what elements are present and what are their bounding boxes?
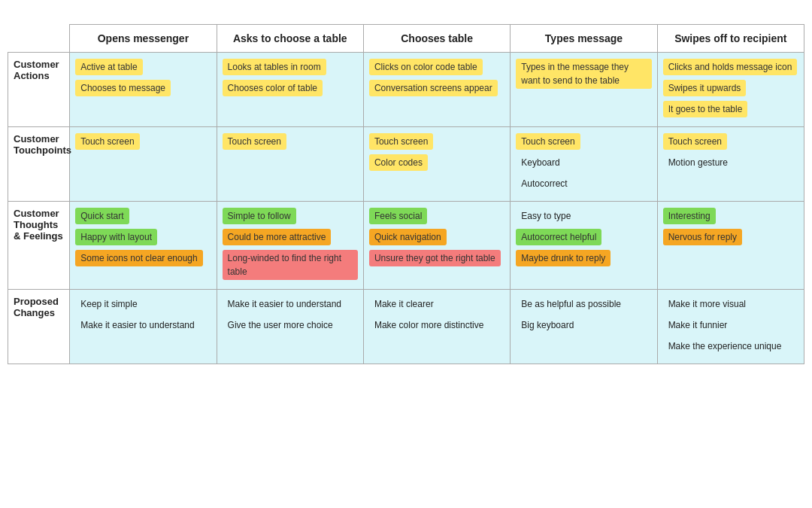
- tag: Active at table: [75, 59, 142, 75]
- tag: Nervous for reply: [663, 229, 742, 245]
- tag: Maybe drunk to reply: [516, 250, 611, 266]
- data-cell-r0-c4: Clicks and holds message iconSwipes it u…: [657, 53, 804, 127]
- tag-container: Simple to followCould be more attractive…: [223, 208, 358, 283]
- data-cell-r1-c3: Touch screenKeyboardAutocorrect: [511, 127, 657, 202]
- header-empty: [8, 25, 70, 53]
- tag: Quick start: [75, 208, 129, 224]
- tag: Autocorrect helpful: [516, 229, 601, 245]
- table-row: Proposed ChangesKeep it simpleMake it ea…: [8, 290, 804, 364]
- tag: Touch screen: [75, 133, 139, 150]
- tag: Make color more distinctive: [369, 317, 489, 333]
- data-cell-r2-c3: Easy to typeAutocorrect helpfulMaybe dru…: [511, 202, 657, 290]
- data-cell-r1-c0: Touch screen: [70, 127, 217, 202]
- data-cell-r2-c4: InterestingNervous for reply: [657, 202, 804, 290]
- column-header-col-ask: Asks to choose a table: [217, 25, 363, 53]
- table-row: Customer TouchpointsTouch screenTouch sc…: [8, 127, 804, 202]
- tag: Make the experience unique: [663, 338, 787, 354]
- tag: Be as helpful as possible: [516, 296, 626, 312]
- data-cell-r3-c1: Make it easier to understandGive the use…: [217, 290, 363, 364]
- tag: Interesting: [663, 208, 716, 224]
- row-label: Customer Touchpoints: [8, 127, 70, 202]
- data-cell-r1-c1: Touch screen: [217, 127, 363, 202]
- tag: Looks at tables in room: [223, 59, 326, 75]
- tag-container: Clicks and holds message iconSwipes it u…: [663, 59, 798, 120]
- data-cell-r3-c3: Be as helpful as possibleBig keyboard: [511, 290, 657, 364]
- data-cell-r1-c4: Touch screenMotion gesture: [657, 127, 804, 202]
- tag-container: Feels socialQuick navigationUnsure they …: [369, 208, 504, 269]
- data-cell-r2-c0: Quick startHappy with layoutSome icons n…: [70, 202, 217, 290]
- tag: Feels social: [369, 208, 427, 224]
- tag: Make it funnier: [663, 317, 733, 333]
- tag: Simple to follow: [223, 208, 296, 224]
- data-cell-r3-c2: Make it clearerMake color more distincti…: [363, 290, 510, 364]
- data-cell-r0-c0: Active at tableChooses to message: [70, 53, 217, 127]
- data-cell-r3-c0: Keep it simpleMake it easier to understa…: [70, 290, 217, 364]
- page-container: Opens messengerAsks to choose a tableCho…: [0, 0, 812, 372]
- tag: Give the user more choice: [223, 317, 338, 333]
- tag: Chooses to message: [75, 80, 171, 96]
- tag: Make it clearer: [369, 296, 439, 312]
- column-header-col-type: Types message: [511, 25, 657, 53]
- tag-container: Be as helpful as possibleBig keyboard: [516, 296, 651, 336]
- tag: Autocorrect: [516, 175, 572, 192]
- tag: Touch screen: [663, 133, 727, 150]
- tag-container: InterestingNervous for reply: [663, 208, 798, 248]
- data-cell-r3-c4: Make it more visualMake it funnierMake t…: [657, 290, 804, 364]
- tag-container: Easy to typeAutocorrect helpfulMaybe dru…: [516, 208, 651, 269]
- tag: Conversation screens appear: [369, 80, 498, 96]
- tag-container: Quick startHappy with layoutSome icons n…: [75, 208, 211, 269]
- tag: Motion gesture: [663, 154, 733, 171]
- data-cell-r0-c3: Types in the message they want to send t…: [511, 53, 657, 127]
- tag: Chooses color of table: [223, 80, 323, 96]
- data-cell-r0-c1: Looks at tables in roomChooses color of …: [217, 53, 363, 127]
- tag: Keyboard: [516, 154, 565, 171]
- tag: Long-winded to find the right table: [223, 250, 358, 280]
- column-header-col-choose: Chooses table: [363, 25, 510, 53]
- tag: Touch screen: [223, 133, 286, 150]
- tag-container: Looks at tables in roomChooses color of …: [223, 59, 358, 99]
- tag: Keep it simple: [75, 296, 142, 312]
- journey-table: Opens messengerAsks to choose a tableCho…: [8, 24, 804, 364]
- tag: Touch screen: [516, 133, 580, 150]
- tag: Make it easier to understand: [223, 296, 347, 312]
- tag: Happy with layout: [75, 229, 157, 245]
- tag-container: Make it more visualMake it funnierMake t…: [663, 296, 798, 357]
- tag-container: Active at tableChooses to message: [75, 59, 211, 99]
- tag: Unsure they got the right table: [369, 250, 501, 266]
- tag: Clicks on color code table: [369, 59, 483, 75]
- tag: Make it more visual: [663, 296, 751, 312]
- column-header-col-swipe: Swipes off to recipient: [657, 25, 804, 53]
- row-label: Customer Actions: [8, 53, 70, 127]
- data-cell-r2-c2: Feels socialQuick navigationUnsure they …: [363, 202, 510, 290]
- tag-container: Touch screenColor codes: [369, 133, 504, 174]
- tag-container: Touch screenMotion gesture: [663, 133, 798, 174]
- row-label: Proposed Changes: [8, 290, 70, 364]
- row-label: Customer Thoughts & Feelings: [8, 202, 70, 290]
- tag: Some icons not clear enough: [75, 250, 202, 266]
- column-header-col-open: Opens messenger: [70, 25, 217, 53]
- tag: Types in the message they want to send t…: [516, 59, 651, 89]
- tag: Swipes it upwards: [663, 80, 747, 96]
- tag-container: Make it easier to understandGive the use…: [223, 296, 358, 336]
- tag: Could be more attractive: [223, 229, 332, 245]
- tag: Touch screen: [369, 133, 433, 150]
- tag: Color codes: [369, 154, 428, 171]
- data-cell-r0-c2: Clicks on color code tableConversation s…: [363, 53, 510, 127]
- table-row: Customer Thoughts & FeelingsQuick startH…: [8, 202, 804, 290]
- tag-container: Types in the message they want to send t…: [516, 59, 651, 92]
- tag: Make it easier to understand: [75, 317, 199, 333]
- tag: Clicks and holds message icon: [663, 59, 798, 75]
- table-row: Customer ActionsActive at tableChooses t…: [8, 53, 804, 127]
- tag-container: Keep it simpleMake it easier to understa…: [75, 296, 211, 336]
- tag: Easy to type: [516, 208, 576, 224]
- tag-container: Make it clearerMake color more distincti…: [369, 296, 504, 336]
- header-row: Opens messengerAsks to choose a tableCho…: [8, 25, 804, 53]
- tag-container: Touch screen: [223, 133, 358, 153]
- tag-container: Touch screen: [75, 133, 211, 153]
- data-cell-r2-c1: Simple to followCould be more attractive…: [217, 202, 363, 290]
- tag-container: Clicks on color code tableConversation s…: [369, 59, 504, 99]
- tag: It goes to the table: [663, 101, 748, 117]
- tag-container: Touch screenKeyboardAutocorrect: [516, 133, 651, 195]
- tag: Big keyboard: [516, 317, 579, 333]
- data-cell-r1-c2: Touch screenColor codes: [363, 127, 510, 202]
